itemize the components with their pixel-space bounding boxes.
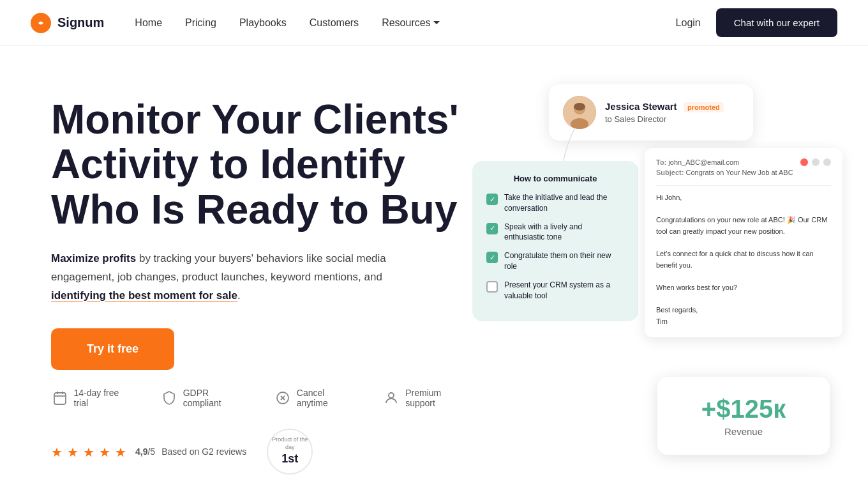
star-4: ★ bbox=[99, 445, 113, 459]
svg-point-8 bbox=[389, 393, 394, 398]
try-free-button[interactable]: Try it free bbox=[51, 328, 174, 370]
badge-support: Premium support bbox=[383, 388, 472, 408]
star-3: ★ bbox=[83, 445, 97, 459]
nav-link-resources[interactable]: Resources bbox=[382, 17, 439, 29]
svg-rect-1 bbox=[54, 393, 66, 404]
checkbox-3: ✓ bbox=[486, 252, 498, 263]
revenue-value: $125к bbox=[716, 395, 786, 423]
revenue-card: +$125к Revenue bbox=[657, 377, 830, 455]
email-body: Hi John, Congratulations on your new rol… bbox=[656, 185, 831, 327]
hero-title: Monitor Your Clients' Activity to Identi… bbox=[51, 97, 472, 232]
hero-illustration: Jessica Stewart promoted to Sales Direct… bbox=[472, 84, 842, 455]
calendar-icon bbox=[51, 389, 69, 407]
nav-link-home[interactable]: Home bbox=[135, 17, 162, 29]
nav-link-playbooks[interactable]: Playbooks bbox=[239, 17, 287, 29]
maximize-profits-text: Maximize profits bbox=[51, 252, 136, 264]
checkbox-4-empty bbox=[486, 281, 498, 293]
badge-free-trial-label: 14-day free trial bbox=[74, 388, 135, 408]
stars-row: ★ ★ ★ ★ ★ bbox=[51, 445, 129, 459]
nav-links: Home Pricing Playbooks Customers Resourc… bbox=[135, 17, 439, 29]
nav-link-pricing[interactable]: Pricing bbox=[185, 17, 216, 29]
profile-role: to Sales Director bbox=[605, 114, 724, 124]
communicate-item-text-1: Take the initiative and lead the convers… bbox=[504, 192, 624, 214]
profile-info: Jessica Stewart promoted to Sales Direct… bbox=[605, 101, 724, 124]
svg-point-13 bbox=[574, 103, 585, 111]
email-subject-field: Subject: Congrats on Your New Job at ABC bbox=[656, 169, 793, 176]
revenue-prefix: + bbox=[701, 395, 716, 423]
stars-container: ★ ★ ★ ★ ★ 4,9/5 Based on G2 reviews bbox=[51, 445, 246, 459]
rating-row: ★ ★ ★ ★ ★ 4,9/5 Based on G2 reviews Prod… bbox=[51, 429, 472, 475]
hero-left: Monitor Your Clients' Activity to Identi… bbox=[51, 84, 472, 475]
hero-section: Monitor Your Clients' Activity to Identi… bbox=[0, 46, 868, 488]
revenue-amount: +$125к bbox=[680, 395, 807, 423]
cancel-icon bbox=[274, 389, 292, 407]
check-icon-2: ✓ bbox=[490, 224, 495, 233]
badge-gdpr-label: GDPR compliant bbox=[183, 388, 249, 408]
logo-text: Signum bbox=[57, 15, 104, 30]
logo[interactable]: Signum bbox=[31, 13, 104, 33]
communicate-item-text-3: Congratulate them on their new role bbox=[504, 250, 624, 272]
maximize-window-btn bbox=[823, 158, 831, 166]
email-window-controls bbox=[800, 158, 831, 166]
email-header: To: john_ABC@email.com Subject: Congrats… bbox=[656, 158, 831, 179]
badges-row: 14-day free trial GDPR compliant bbox=[51, 388, 472, 408]
badge-gdpr: GDPR compliant bbox=[160, 388, 248, 408]
logo-icon bbox=[31, 13, 51, 33]
communicate-item-2: ✓ Speak with a lively and enthusiastic t… bbox=[486, 222, 624, 243]
communicate-card: How to communicate ✓ Take the initiative… bbox=[472, 161, 638, 321]
badge-cancel-label: Cancel anytime bbox=[297, 388, 357, 408]
promoted-badge: promoted bbox=[684, 102, 724, 112]
communicate-item-4: Present your CRM system as a valuable to… bbox=[486, 280, 624, 301]
email-fields: To: john_ABC@email.com Subject: Congrats… bbox=[656, 158, 793, 179]
login-link[interactable]: Login bbox=[676, 17, 701, 29]
star-5: ★ bbox=[115, 445, 129, 459]
chat-expert-button[interactable]: Chat with our expert bbox=[716, 8, 837, 37]
hero-subtitle: Maximize profits by tracking your buyers… bbox=[51, 250, 421, 305]
g2-label: Product of the day bbox=[268, 436, 311, 451]
communicate-title: How to communicate bbox=[486, 174, 624, 183]
checkbox-1: ✓ bbox=[486, 194, 498, 205]
minimize-window-btn bbox=[812, 158, 819, 166]
communicate-item-3: ✓ Congratulate them on their new role bbox=[486, 250, 624, 272]
communicate-item-text-2: Speak with a lively and enthusiastic ton… bbox=[504, 222, 624, 243]
rating-value: 4,9/5 bbox=[135, 446, 155, 457]
chevron-down-icon bbox=[433, 21, 440, 24]
badge-support-label: Premium support bbox=[405, 388, 472, 408]
star-2: ★ bbox=[67, 445, 81, 459]
email-to-field: To: john_ABC@email.com bbox=[656, 158, 793, 166]
close-window-btn bbox=[800, 158, 808, 166]
g2-product-badge: Product of the day 1st bbox=[267, 429, 313, 475]
rating-label: Based on G2 reviews bbox=[161, 446, 246, 457]
g2-rank: 1st bbox=[281, 452, 298, 466]
star-1: ★ bbox=[51, 445, 65, 459]
nav-left: Signum Home Pricing Playbooks Customers … bbox=[31, 13, 440, 33]
nav-link-customers[interactable]: Customers bbox=[310, 17, 359, 29]
navbar: Signum Home Pricing Playbooks Customers … bbox=[0, 0, 868, 46]
shield-icon bbox=[160, 389, 178, 407]
moment-for-sale-text: identifying the best moment for sale bbox=[51, 289, 237, 301]
badge-cancel: Cancel anytime bbox=[274, 388, 357, 408]
email-card: To: john_ABC@email.com Subject: Congrats… bbox=[645, 148, 842, 337]
avatar bbox=[563, 96, 596, 129]
check-icon-3: ✓ bbox=[490, 254, 495, 262]
communicate-item-1: ✓ Take the initiative and lead the conve… bbox=[486, 192, 624, 214]
badge-free-trial: 14-day free trial bbox=[51, 388, 135, 408]
nav-right: Login Chat with our expert bbox=[676, 8, 837, 37]
profile-name: Jessica Stewart bbox=[605, 101, 677, 112]
communicate-item-text-4: Present your CRM system as a valuable to… bbox=[504, 280, 624, 301]
check-icon-1: ✓ bbox=[490, 195, 495, 204]
revenue-label: Revenue bbox=[680, 426, 807, 437]
checkbox-2: ✓ bbox=[486, 223, 498, 234]
support-icon bbox=[383, 389, 401, 407]
